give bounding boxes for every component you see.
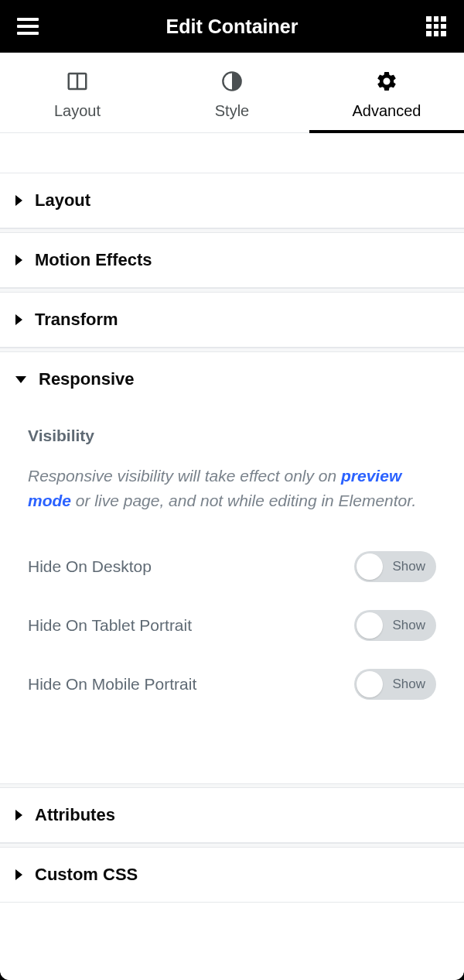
section-transform-title: Transform <box>35 310 118 330</box>
style-icon <box>220 70 244 93</box>
section-custom-css-title: Custom CSS <box>35 865 138 885</box>
chevron-down-icon <box>15 376 26 383</box>
hide-mobile-row: Hide On Mobile Portrait Show <box>28 655 436 714</box>
section-custom-css[interactable]: Custom CSS <box>0 847 464 903</box>
chevron-right-icon <box>15 195 22 206</box>
hide-tablet-label: Hide On Tablet Portrait <box>28 616 192 635</box>
toggle-state-text: Show <box>392 677 425 692</box>
layout-icon <box>66 70 89 93</box>
section-layout[interactable]: Layout <box>0 173 464 228</box>
note-suffix: or live page, and not while editing in E… <box>71 492 416 509</box>
hide-mobile-toggle[interactable]: Show <box>354 669 436 700</box>
tabs-bar: Layout Style Advanced <box>0 53 464 133</box>
chevron-right-icon <box>15 810 22 821</box>
hide-tablet-row: Hide On Tablet Portrait Show <box>28 596 436 655</box>
hide-desktop-toggle[interactable]: Show <box>354 551 436 582</box>
visibility-note: Responsive visibility will take effect o… <box>28 464 436 512</box>
tab-style-label: Style <box>215 102 249 120</box>
tab-advanced-label: Advanced <box>353 102 421 120</box>
hide-mobile-label: Hide On Mobile Portrait <box>28 675 196 694</box>
panel-header: Edit Container <box>0 0 464 53</box>
hide-tablet-toggle[interactable]: Show <box>354 610 436 641</box>
section-attributes[interactable]: Attributes <box>0 787 464 843</box>
note-prefix: Responsive visibility will take effect o… <box>28 467 341 485</box>
hide-desktop-label: Hide On Desktop <box>28 557 152 576</box>
toggle-knob <box>357 612 383 639</box>
toggle-state-text: Show <box>392 618 425 633</box>
apps-grid-icon <box>426 16 446 36</box>
chevron-right-icon <box>15 869 22 880</box>
section-motion-effects-title: Motion Effects <box>35 250 152 270</box>
tab-advanced[interactable]: Advanced <box>309 53 464 132</box>
tab-layout-label: Layout <box>54 102 101 120</box>
visibility-heading: Visibility <box>28 427 436 445</box>
toggle-knob <box>357 671 383 697</box>
responsive-panel: Visibility Responsive visibility will ta… <box>0 406 464 745</box>
menu-button[interactable] <box>15 14 40 39</box>
tab-layout[interactable]: Layout <box>0 53 155 132</box>
panel-title: Edit Container <box>166 15 299 38</box>
section-attributes-title: Attributes <box>35 805 115 825</box>
section-transform[interactable]: Transform <box>0 292 464 348</box>
tab-style[interactable]: Style <box>155 53 309 132</box>
hamburger-icon <box>17 18 39 35</box>
hide-desktop-row: Hide On Desktop Show <box>28 537 436 596</box>
toggle-knob <box>357 553 383 580</box>
chevron-right-icon <box>15 314 22 325</box>
section-motion-effects[interactable]: Motion Effects <box>0 232 464 288</box>
apps-button[interactable] <box>424 14 449 39</box>
chevron-right-icon <box>15 255 22 266</box>
gear-icon <box>375 70 398 93</box>
section-responsive-title: Responsive <box>39 369 135 389</box>
toggle-state-text: Show <box>392 559 425 574</box>
section-responsive[interactable]: Responsive <box>0 351 464 406</box>
section-layout-title: Layout <box>35 190 90 211</box>
